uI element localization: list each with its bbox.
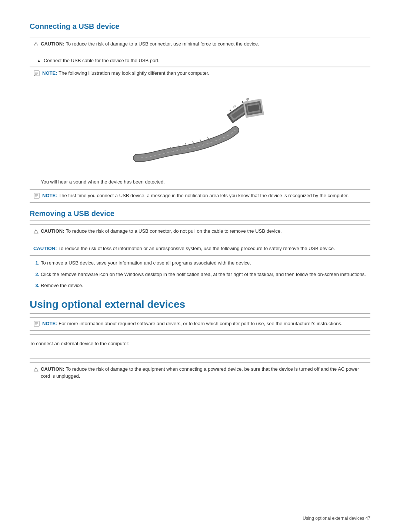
- note-body-1: The following illustration may look slig…: [59, 70, 209, 76]
- removing-caution-block-1: ⚠ CAUTION: To reduce the risk of damage …: [30, 224, 370, 238]
- svg-text:⇌: ⇌: [245, 96, 249, 101]
- step-3: Remove the device.: [41, 282, 370, 290]
- removing-heading-rule: [30, 220, 370, 220]
- page-footer: Using optional external devices 47: [303, 516, 370, 521]
- step-2: Click the remove hardware icon on the Wi…: [41, 271, 370, 279]
- connecting-caution-block: ⚠ CAUTION: To reduce the risk of damage …: [30, 37, 370, 51]
- external-note-body: For more information about required soft…: [59, 321, 342, 326]
- svg-point-8: [229, 109, 231, 111]
- footer-text: Using optional external devices 47: [303, 516, 370, 521]
- external-heading-rule: [30, 313, 370, 314]
- removing-steps-list: To remove a USB device, save your inform…: [30, 259, 370, 290]
- caution-body-2: To reduce the risk of damage to a USB co…: [66, 228, 281, 234]
- connecting-note-block-1: NOTE: The following illustration may loo…: [30, 67, 370, 80]
- note-pencil-icon-3: [33, 320, 40, 328]
- sound-para: You will hear a sound when the device ha…: [30, 176, 370, 188]
- caution-body-3: To reduce the risk of loss of informatio…: [58, 246, 335, 251]
- removing-heading: Removing a USB device: [30, 209, 370, 218]
- connect-bullet-item: ▲ Connect the USB cable for the device t…: [30, 55, 370, 67]
- note-label-2: NOTE:: [42, 193, 57, 198]
- note-pencil-icon-2: [33, 192, 40, 200]
- external-note-label: NOTE:: [42, 321, 57, 326]
- connecting-note-block-2: NOTE: The first time you connect a USB d…: [30, 189, 370, 203]
- note-pencil-icon: [33, 70, 40, 78]
- note-label-1: NOTE:: [42, 70, 57, 76]
- warning-triangle-icon-3: ⚠: [33, 366, 39, 373]
- caution-label-4: CAUTION:: [41, 366, 64, 372]
- external-heading: Using optional external devices: [30, 299, 370, 310]
- warning-triangle-icon: ⚠: [33, 41, 39, 48]
- external-caution-block: ⚠ CAUTION: To reduce the risk of damage …: [30, 362, 370, 383]
- step-1: To remove a USB device, save your inform…: [41, 259, 370, 267]
- connecting-heading-rule: [30, 33, 370, 33]
- caution-label-1: CAUTION:: [41, 41, 64, 47]
- caution-body-1: To reduce the risk of damage to a USB co…: [66, 41, 259, 47]
- caution-label-2: CAUTION:: [41, 228, 64, 234]
- caution-label-3: CAUTION:: [33, 246, 57, 251]
- note-body-2: The first time you connect a USB device,…: [59, 193, 349, 198]
- filled-triangle-icon: ▲: [37, 58, 41, 63]
- external-intro-para: To connect an external device to the com…: [30, 338, 370, 350]
- warning-triangle-icon-2: ⚠: [33, 228, 39, 235]
- connect-bullet-text: Connect the USB cable for the device to …: [44, 57, 160, 64]
- caution-body-4: To reduce the risk of damage to the equi…: [41, 366, 359, 379]
- connecting-heading: Connecting a USB device: [30, 22, 370, 31]
- external-section-rule: [30, 358, 370, 358]
- external-note-block: NOTE: For more information about require…: [30, 317, 370, 331]
- usb-illustration: ⇌ ⇌: [30, 84, 370, 173]
